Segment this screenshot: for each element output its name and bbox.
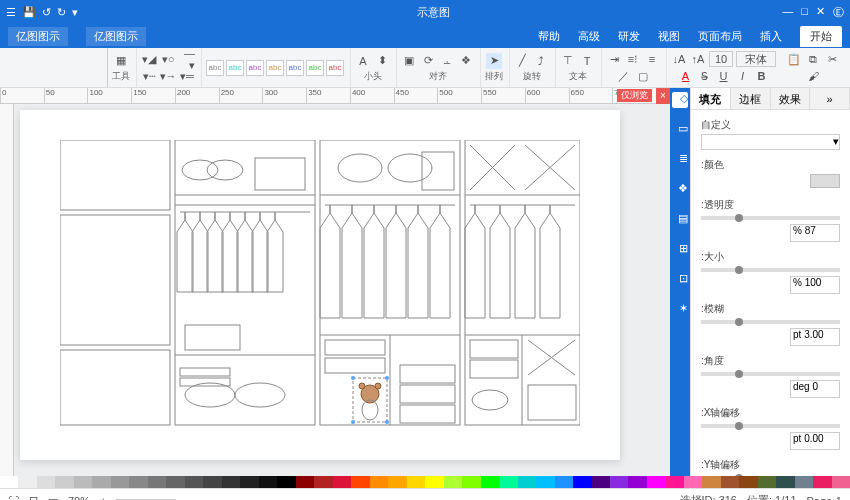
underline-icon[interactable]: U	[716, 68, 732, 84]
menu-tab-dev[interactable]: 研发	[618, 29, 640, 44]
panel-tab-fill[interactable]: 填充	[691, 88, 731, 109]
blur-input[interactable]: 3.00 pt	[790, 328, 840, 346]
maximize-icon[interactable]: □	[801, 5, 808, 20]
text-vert-icon[interactable]: ⊤	[560, 53, 576, 69]
angle-input[interactable]: 0 deg	[790, 380, 840, 398]
indent-icon[interactable]: ⇥	[606, 51, 622, 67]
file-tab[interactable]: 亿图图示	[86, 27, 146, 46]
size-icon[interactable]: ⬍	[374, 53, 390, 69]
opacity-input[interactable]: 87 %	[790, 224, 840, 242]
minimize-icon[interactable]: —	[782, 5, 793, 20]
font-size-input[interactable]: 10	[709, 51, 733, 67]
angle-slider[interactable]	[701, 372, 840, 376]
pointer-tool-icon[interactable]: ◇	[672, 92, 688, 108]
status-bar: Page-1 位置: 1/11 选择ID: 316 − + 70% ▭ ⊡ ⛶	[0, 488, 850, 500]
page-indicator[interactable]: Page-1	[807, 495, 842, 501]
collapse-panel-icon[interactable]: «	[810, 88, 850, 109]
line-style-icon[interactable]: —▾	[179, 51, 195, 67]
align-left-icon[interactable]: ≡	[644, 51, 660, 67]
paste-icon[interactable]: 📋	[786, 51, 802, 67]
panel-tab-effect[interactable]: 效果	[771, 88, 811, 109]
copy-icon[interactable]: ⧉	[805, 51, 821, 67]
italic-icon[interactable]: I	[735, 68, 751, 84]
table-tool-icon[interactable]: ▤	[672, 212, 688, 228]
save-icon[interactable]: 💾	[22, 6, 36, 19]
fill-color-icon[interactable]: ▢	[635, 68, 651, 84]
xoffset-input[interactable]: 0.00 pt	[790, 432, 840, 450]
text-tool-icon[interactable]: ≣	[672, 152, 688, 168]
shadow-icon[interactable]: ◢▾	[141, 51, 157, 67]
cut-icon[interactable]: ✂	[824, 51, 840, 67]
strike-icon[interactable]: S̶	[697, 68, 713, 84]
rotate-icon[interactable]: ⟳	[420, 53, 436, 69]
chevron-down-icon[interactable]: ▾	[72, 6, 78, 19]
drawing-page[interactable]	[20, 110, 620, 460]
fullscreen-icon[interactable]: ⛶	[8, 495, 19, 501]
opacity-slider[interactable]	[701, 216, 840, 220]
layers-icon[interactable]: ❖	[458, 53, 474, 69]
shapes-tool-icon[interactable]: ▭	[672, 122, 688, 138]
panel-tab-border[interactable]: 边框	[731, 88, 771, 109]
align-icon[interactable]: ⫠	[439, 53, 455, 69]
connector-icon[interactable]: ⤴	[533, 53, 549, 69]
pointer-icon[interactable]: ➤	[486, 53, 502, 69]
lock-icon[interactable]: A	[355, 53, 371, 69]
bullet-icon[interactable]: ⁝≡	[625, 51, 641, 67]
menu-tab-layout[interactable]: 页面布局	[698, 29, 742, 44]
menu-tab-help[interactable]: 帮助	[538, 29, 560, 44]
svg-rect-10	[255, 158, 305, 190]
shape-fill-icon[interactable]: ○▾	[160, 51, 176, 67]
undo-icon[interactable]: ↺	[42, 6, 51, 19]
readonly-badge: 仅浏览	[617, 89, 652, 102]
fit-width-icon[interactable]: ▭	[48, 494, 58, 500]
arrow-style-icon[interactable]: →▾	[160, 68, 176, 84]
redo-icon[interactable]: ↻	[57, 6, 66, 19]
color-picker[interactable]	[810, 174, 840, 188]
size-input[interactable]: 100 %	[790, 276, 840, 294]
font-color-icon[interactable]: A	[678, 68, 694, 84]
svg-rect-48	[470, 360, 518, 378]
select-icon[interactable]: ▦	[113, 53, 129, 69]
line-color-icon[interactable]: ／	[616, 68, 632, 84]
zoom-value[interactable]: 70%	[68, 495, 90, 501]
close-icon[interactable]: ✕	[816, 5, 825, 20]
swap-tool-icon[interactable]: ✶	[672, 302, 688, 318]
measure-tool-icon[interactable]: ⊞	[672, 242, 688, 258]
layers-tool-icon[interactable]: ❖	[672, 182, 688, 198]
menu-icon[interactable]: ☰	[6, 6, 16, 19]
svg-rect-29	[400, 405, 455, 423]
line-icon[interactable]: ╱	[514, 53, 530, 69]
grid-tool-icon[interactable]: ⊡	[672, 272, 688, 288]
blur-slider[interactable]	[701, 320, 840, 324]
font-grow-icon[interactable]: A↑	[690, 51, 706, 67]
text-tool-icon[interactable]: T	[579, 53, 595, 69]
file-tab[interactable]: 亿图图示	[8, 27, 68, 46]
color-strip[interactable]	[0, 476, 850, 488]
menu-tab-start[interactable]: 开始	[800, 26, 842, 47]
font-dropdown[interactable]: 宋体	[736, 51, 776, 67]
svg-rect-26	[325, 358, 385, 373]
teddy-bear-shape[interactable]	[351, 376, 389, 424]
horizontal-ruler: 050100 150200250 300350400 450500550 600…	[0, 88, 656, 104]
format-painter-icon[interactable]: 🖌	[805, 68, 821, 84]
bold-icon[interactable]: B	[754, 68, 770, 84]
size-slider[interactable]	[701, 268, 840, 272]
style-swatches[interactable]: abcabc abcabc abcabc abc	[206, 60, 344, 76]
close-tab-icon[interactable]: ×	[656, 88, 670, 104]
ribbon-toolbar: ✂ ⧉ 📋 🖌 宋体 10 A↑ A↓ B I U S̶ A ≡ ⁝≡ ⇥ ▢	[0, 48, 850, 88]
canvas[interactable]: 050100 150200250 300350400 450500550 600…	[0, 88, 670, 476]
fit-page-icon[interactable]: ⊡	[29, 494, 38, 500]
dash-icon[interactable]: ┄▾	[141, 68, 157, 84]
menu-tab-view[interactable]: 视图	[658, 29, 680, 44]
menu-tab-insert[interactable]: 插入	[760, 29, 782, 44]
group-icon[interactable]: ▣	[401, 53, 417, 69]
custom-dropdown[interactable]: ▾	[701, 134, 840, 150]
xoffset-slider[interactable]	[701, 424, 840, 428]
svg-point-32	[359, 383, 365, 389]
font-shrink-icon[interactable]: A↓	[671, 51, 687, 67]
zoom-out-icon[interactable]: −	[186, 495, 192, 501]
zoom-in-icon[interactable]: +	[100, 495, 106, 501]
menu-tab-adv[interactable]: 高级	[578, 29, 600, 44]
tool-group-shape: —▾ ○▾ ◢▾ ═▾ →▾ ┄▾	[136, 48, 199, 87]
line-weight-icon[interactable]: ═▾	[179, 68, 195, 84]
